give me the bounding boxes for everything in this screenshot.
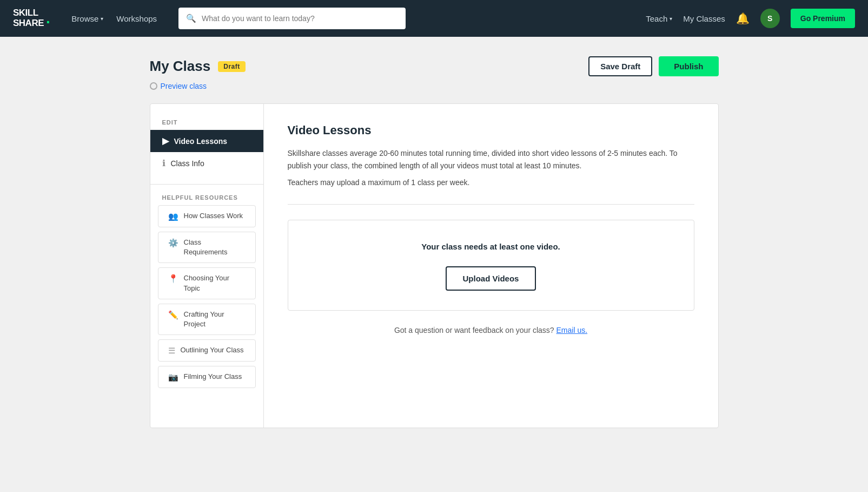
needs-video-text: Your class needs at least one video.	[421, 242, 560, 251]
resource-item-0[interactable]: 👥 How Classes Work	[158, 205, 256, 227]
class-info-icon: ℹ	[162, 158, 165, 168]
logo-dot: .	[46, 11, 50, 26]
resource-label-4: Outlining Your Class	[181, 345, 244, 355]
nav-links: Browse ▾ Workshops	[67, 11, 161, 27]
resource-item-2[interactable]: 📍 Choosing Your Topic	[158, 267, 256, 299]
edit-section-label: EDIT	[150, 119, 263, 126]
logo-line2: SHARE	[13, 18, 44, 29]
feedback-row: Got a question or want feedback on your …	[288, 326, 694, 334]
workshops-link[interactable]: Workshops	[112, 11, 161, 27]
resource-icon-5: 📷	[168, 372, 178, 382]
helpful-resources-label: HELPFUL RESOURCES	[150, 194, 263, 201]
search-bar: 🔍	[178, 8, 406, 29]
my-classes-link[interactable]: My Classes	[683, 14, 725, 23]
upload-videos-button[interactable]: Upload Videos	[446, 266, 536, 291]
resource-icon-3: ✏️	[168, 310, 178, 320]
teach-chevron-icon: ▾	[670, 16, 672, 22]
resource-item-1[interactable]: ⚙️ Class Requirements	[158, 232, 256, 263]
logo-line1: SKILL	[13, 8, 44, 18]
publish-button[interactable]: Publish	[659, 56, 718, 76]
email-us-link[interactable]: Email us.	[556, 326, 588, 334]
nav-right: Teach ▾ My Classes 🔔 S Go Premium	[646, 9, 855, 28]
main-panel: EDIT ▶ Video Lessons ℹ Class Info HELPFU…	[150, 103, 719, 428]
bell-icon[interactable]: 🔔	[736, 12, 750, 25]
resource-item-3[interactable]: ✏️ Crafting Your Project	[158, 304, 256, 335]
description-1: Skillshare classes average 20-60 minutes…	[288, 147, 694, 172]
main-content: Video Lessons Skillshare classes average…	[264, 104, 718, 428]
save-draft-button[interactable]: Save Draft	[588, 56, 652, 76]
browse-link[interactable]: Browse ▾	[67, 11, 108, 27]
navbar: SKILL SHARE . Browse ▾ Workshops 🔍 Teach…	[0, 0, 868, 37]
preview-circle-icon	[150, 82, 157, 90]
resource-label-0: How Classes Work	[184, 211, 243, 221]
resource-icon-0: 👥	[168, 212, 178, 221]
search-icon: 🔍	[186, 14, 196, 23]
resource-icon-1: ⚙️	[168, 238, 178, 248]
logo[interactable]: SKILL SHARE .	[13, 8, 50, 28]
preview-link-row: Preview class	[150, 82, 719, 90]
content-divider	[288, 204, 694, 205]
sidebar-item-class-info[interactable]: ℹ Class Info	[150, 152, 263, 174]
video-lessons-icon: ▶	[162, 136, 169, 146]
section-title: Video Lessons	[288, 123, 694, 137]
resource-icon-4: ☰	[168, 346, 175, 356]
teach-link[interactable]: Teach ▾	[646, 14, 672, 23]
resource-label-3: Crafting Your Project	[184, 310, 246, 329]
header-actions: Save Draft Publish	[588, 56, 718, 76]
browse-chevron-icon: ▾	[101, 16, 103, 22]
preview-class-link[interactable]: Preview class	[161, 82, 207, 90]
helpful-resources-section: 👥 How Classes Work ⚙️ Class Requirements…	[150, 205, 263, 388]
resource-label-5: Filming Your Class	[184, 372, 242, 382]
page-content: My Class Draft Save Draft Publish Previe…	[137, 37, 732, 461]
avatar[interactable]: S	[760, 9, 780, 28]
search-input[interactable]	[202, 14, 398, 23]
description-2: Teachers may upload a maximum of 1 class…	[288, 176, 694, 189]
resource-item-4[interactable]: ☰ Outlining Your Class	[158, 339, 256, 362]
page-title: My Class	[150, 58, 211, 75]
sidebar: EDIT ▶ Video Lessons ℹ Class Info HELPFU…	[150, 104, 264, 428]
draft-badge: Draft	[218, 61, 246, 72]
resource-item-5[interactable]: 📷 Filming Your Class	[158, 366, 256, 388]
page-title-row: My Class Draft	[150, 58, 246, 75]
resource-label-1: Class Requirements	[184, 238, 246, 257]
upload-area: Your class needs at least one video. Upl…	[288, 220, 694, 311]
page-header: My Class Draft Save Draft Publish	[150, 56, 719, 76]
resource-icon-2: 📍	[168, 274, 178, 284]
go-premium-button[interactable]: Go Premium	[791, 9, 855, 28]
sidebar-divider	[150, 184, 263, 185]
resource-label-2: Choosing Your Topic	[184, 273, 246, 293]
sidebar-item-video-lessons[interactable]: ▶ Video Lessons	[150, 130, 263, 152]
feedback-text: Got a question or want feedback on your …	[394, 326, 554, 334]
